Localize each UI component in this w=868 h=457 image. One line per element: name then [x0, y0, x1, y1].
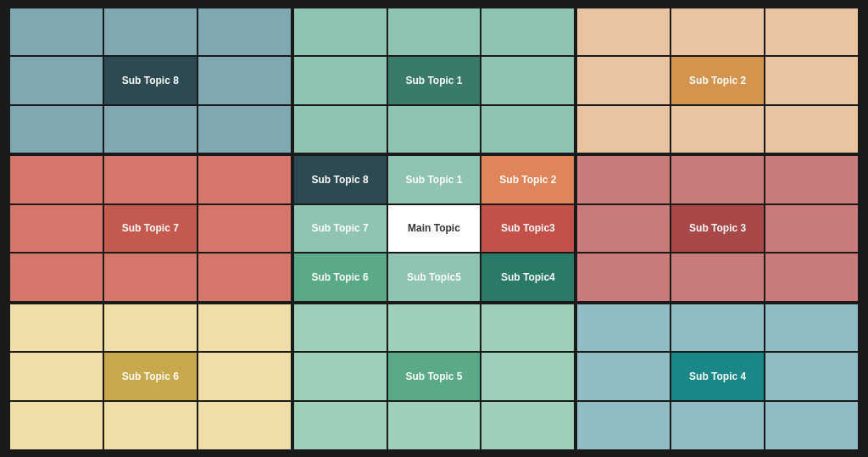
cell-2-3 [481, 8, 574, 56]
cell-2-9 [481, 106, 574, 153]
cell-9-4 [577, 353, 670, 400]
cell-6-8 [671, 254, 764, 301]
cell-7-4 [10, 353, 103, 400]
cell-3-1 [577, 8, 670, 56]
cell-2-1 [294, 8, 387, 56]
panel-subtopic5: Sub Topic 5 [294, 304, 575, 449]
cell-8-6 [481, 353, 574, 400]
cell-1-8 [104, 106, 197, 153]
panel-subtopic4: Sub Topic 4 [577, 304, 858, 449]
cell-8-4 [294, 353, 387, 400]
cell-subtopic5-center: Sub Topic5 [388, 254, 481, 301]
cell-3-2 [671, 8, 764, 56]
cell-6-1 [577, 156, 670, 203]
cell-1-3 [198, 8, 291, 56]
cell-subtopic7-label: Sub Topic 7 [104, 205, 197, 253]
cell-9-6 [765, 353, 858, 400]
cell-3-4 [577, 57, 670, 104]
cell-subtopic1-label: Sub Topic 1 [388, 57, 481, 104]
cell-6-7 [577, 254, 670, 301]
cell-8-8 [388, 402, 481, 449]
cell-3-9 [765, 106, 858, 153]
cell-subtopic1-center: Sub Topic 1 [388, 156, 481, 203]
panel-subtopic1: Sub Topic 1 [294, 8, 575, 153]
mind-map-grid: Sub Topic 8 Sub Topic 1 Sub Topic 2 Su [10, 8, 858, 449]
cell-subtopic6-center: Sub Topic 6 [294, 254, 387, 301]
cell-4-8 [104, 254, 197, 301]
cell-1-4 [10, 57, 103, 104]
cell-6-2 [671, 156, 764, 203]
cell-6-6 [765, 205, 858, 253]
cell-2-6 [481, 57, 574, 104]
cell-7-1 [10, 304, 103, 352]
cell-9-7 [577, 402, 670, 449]
cell-subtopic8-label: Sub Topic 8 [104, 57, 197, 104]
cell-8-3 [481, 304, 574, 352]
cell-9-9 [765, 402, 858, 449]
cell-7-9 [198, 402, 291, 449]
cell-3-8 [671, 106, 764, 153]
cell-6-4 [577, 205, 670, 253]
cell-4-6 [198, 205, 291, 253]
cell-9-1 [577, 304, 670, 352]
cell-2-7 [294, 106, 387, 153]
cell-2-4 [294, 57, 387, 104]
cell-3-7 [577, 106, 670, 153]
cell-subtopic7-center: Sub Topic 7 [294, 205, 387, 253]
cell-1-6 [198, 57, 291, 104]
panel-subtopic6: Sub Topic 6 [10, 304, 291, 449]
cell-main-topic: Main Topic [388, 205, 481, 253]
cell-8-1 [294, 304, 387, 352]
cell-subtopic2-center: Sub Topic 2 [481, 156, 574, 203]
cell-7-7 [10, 402, 103, 449]
panel-subtopic8: Sub Topic 8 [10, 8, 291, 153]
cell-4-7 [10, 254, 103, 301]
cell-7-6 [198, 353, 291, 400]
cell-7-2 [104, 304, 197, 352]
cell-subtopic4-label: Sub Topic 4 [671, 353, 764, 400]
cell-4-2 [104, 156, 197, 203]
cell-subtopic3-label: Sub Topic 3 [671, 205, 764, 253]
cell-9-3 [765, 304, 858, 352]
cell-9-8 [671, 402, 764, 449]
cell-subtopic4-center: Sub Topic4 [481, 254, 574, 301]
cell-4-4 [10, 205, 103, 253]
panel-main: Sub Topic 8 Sub Topic 1 Sub Topic 2 Sub … [294, 156, 575, 301]
cell-7-8 [104, 402, 197, 449]
cell-7-3 [198, 304, 291, 352]
cell-9-2 [671, 304, 764, 352]
panel-subtopic7: Sub Topic 7 [10, 156, 291, 301]
cell-8-9 [481, 402, 574, 449]
cell-1-2 [104, 8, 197, 56]
cell-2-2 [388, 8, 481, 56]
cell-1-9 [198, 106, 291, 153]
cell-3-3 [765, 8, 858, 56]
cell-3-6 [765, 57, 858, 104]
cell-2-8 [388, 106, 481, 153]
cell-6-3 [765, 156, 858, 203]
cell-4-3 [198, 156, 291, 203]
cell-subtopic8-center: Sub Topic 8 [294, 156, 387, 203]
cell-6-9 [765, 254, 858, 301]
cell-8-2 [388, 304, 481, 352]
cell-4-1 [10, 156, 103, 203]
panel-subtopic3: Sub Topic 3 [577, 156, 858, 301]
cell-subtopic3-center: Sub Topic3 [481, 205, 574, 253]
cell-subtopic2-label: Sub Topic 2 [671, 57, 764, 104]
panel-subtopic2: Sub Topic 2 [577, 8, 858, 153]
cell-8-7 [294, 402, 387, 449]
cell-1-7 [10, 106, 103, 153]
cell-subtopic5-label: Sub Topic 5 [388, 353, 481, 400]
cell-1-1 [10, 8, 103, 56]
cell-subtopic6-label: Sub Topic 6 [104, 353, 197, 400]
cell-4-9 [198, 254, 291, 301]
